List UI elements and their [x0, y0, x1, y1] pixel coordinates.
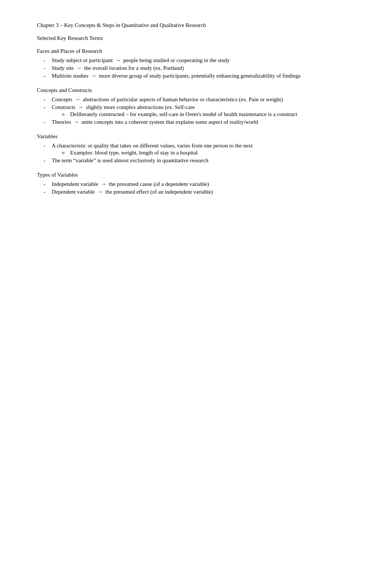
arrow-icon: → — [91, 73, 96, 79]
section-heading-faces-places: Faces and Places of Research — [37, 48, 355, 54]
list-item: Concepts → abstractions of particular as… — [48, 96, 355, 103]
list-item: Multisite studies → more diverse group o… — [48, 73, 355, 79]
list-item: Study site → the overall location for a … — [48, 65, 355, 71]
types-variables-list: Independent variable → the presumed caus… — [37, 181, 355, 195]
variables-list: A characteristic or quality that takes o… — [37, 143, 355, 164]
section-faces-places: Faces and Places of Research Study subje… — [37, 48, 355, 79]
arrow-icon: → — [75, 96, 80, 103]
item-text-after: the presumed effect (of an independent v… — [106, 189, 213, 195]
arrow-icon: → — [101, 181, 106, 187]
item-text-before: Concepts — [52, 96, 72, 102]
list-item: Study subject or participant → people be… — [48, 57, 355, 64]
arrow-icon: → — [97, 189, 103, 195]
item-text-after: the presumed cause (of a dependent varia… — [109, 181, 209, 187]
arrow-icon: → — [73, 119, 79, 125]
sublist-item: Deliberately constructed – for example, … — [66, 111, 355, 118]
section-concepts-constructs: Concepts and Constructs Concepts → abstr… — [37, 87, 355, 125]
list-item: The term “variable” is used almost exclu… — [48, 157, 355, 164]
item-text-before: Multisite studies — [52, 73, 89, 79]
concepts-constructs-list: Concepts → abstractions of particular as… — [37, 96, 355, 125]
faces-places-list: Study subject or participant → people be… — [37, 57, 355, 79]
section-types-variables: Types of Variables Independent variable … — [37, 172, 355, 195]
item-text-after: slightly more complex abstractions (ex. … — [86, 104, 195, 110]
list-item: Constructs → slightly more complex abstr… — [48, 104, 355, 118]
arrow-icon: → — [76, 65, 82, 71]
item-text-after: the overall location for a study (ex. Po… — [84, 65, 184, 71]
section-heading-variables: Variables — [37, 133, 355, 140]
item-text-after: unite concepts into a coherent system th… — [82, 119, 258, 125]
list-item: Independent variable → the presumed caus… — [48, 181, 355, 187]
item-text-after: people being studied or cooperating in t… — [123, 57, 230, 63]
item-text-after: abstractions of particular aspects of hu… — [83, 96, 283, 102]
section-heading-types-variables: Types of Variables — [37, 172, 355, 178]
item-text-before: The term “variable” is used almost exclu… — [52, 157, 208, 163]
item-text-before: Independent variable — [52, 181, 98, 187]
item-text-before: Study subject or participant — [52, 57, 113, 63]
constructs-sublist: Deliberately constructed – for example, … — [52, 111, 355, 118]
item-text-before: Constructs — [52, 104, 75, 110]
item-text-before: A characteristic or quality that takes o… — [52, 143, 253, 149]
section-heading-concepts-constructs: Concepts and Constructs — [37, 87, 355, 93]
item-text-before: Dependent variable — [52, 189, 95, 195]
arrow-icon: → — [115, 57, 121, 64]
list-item: Theories → unite concepts into a coheren… — [48, 119, 355, 125]
sublist-item: Examples: blood type, weight, length of … — [66, 150, 355, 156]
section-variables: Variables A characteristic or quality th… — [37, 133, 355, 164]
section-title: Selected Key Research Terms — [37, 35, 355, 41]
arrow-icon: → — [78, 104, 83, 110]
item-text-after: more diverse group of study participants… — [99, 73, 300, 79]
chapter-title: Chapter 3 – Key Concepts & Steps in Quan… — [37, 22, 355, 28]
item-text-before: Theories — [52, 119, 71, 125]
item-text-before: Study site — [52, 65, 74, 71]
list-item: A characteristic or quality that takes o… — [48, 143, 355, 156]
list-item: Dependent variable → the presumed effect… — [48, 189, 355, 195]
variables-sublist: Examples: blood type, weight, length of … — [52, 150, 355, 156]
